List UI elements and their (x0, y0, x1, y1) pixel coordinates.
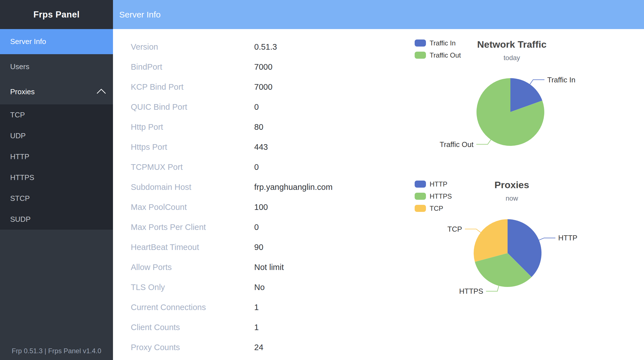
info-label: Max Ports Per Client (131, 223, 254, 232)
pie-label: Traffic In (547, 76, 576, 84)
pie-label: TCP (447, 225, 462, 233)
info-row-max-poolcount: Max PoolCount100 (131, 197, 332, 217)
info-label: QUIC Bind Port (131, 102, 254, 112)
sidebar: Frps Panel Server Info Users Proxies TCP… (0, 0, 113, 360)
info-row-version: Version0.51.3 (131, 37, 332, 57)
info-label: Http Port (131, 122, 254, 132)
pie-label-line (477, 140, 491, 144)
info-value: Not limit (254, 263, 284, 272)
info-row-quic-bind-port: QUIC Bind Port0 (131, 97, 332, 117)
info-row-allow-ports: Allow PortsNot limit (131, 257, 332, 277)
info-label: KCP Bind Port (131, 82, 254, 92)
sidebar-subitem-udp[interactable]: UDP (0, 125, 113, 146)
sidebar-subitem-http[interactable]: HTTP (0, 146, 113, 167)
info-value: No (254, 283, 265, 292)
info-row-kcp-bind-port: KCP Bind Port7000 (131, 77, 332, 97)
info-value: 0.51.3 (254, 42, 277, 52)
info-label: TLS Only (131, 283, 254, 292)
info-label: Client Counts (131, 323, 254, 332)
info-value: 1 (254, 323, 259, 332)
info-value: 1 (254, 303, 259, 312)
sidebar-nav: Server Info Users Proxies TCPUDPHTTPHTTP… (0, 29, 113, 230)
sidebar-subitem-stcp[interactable]: STCP (0, 188, 113, 209)
server-info-list: Version0.51.3BindPort7000KCP Bind Port70… (131, 37, 332, 357)
info-value: frp.yanghuanglin.com (254, 183, 332, 192)
pie-label-line (465, 229, 481, 232)
info-row-bindport: BindPort7000 (131, 57, 332, 77)
pie-label-line (530, 80, 545, 84)
pie-svg: HTTPHTTPSTCP (412, 175, 611, 316)
pie-label: Traffic Out (440, 140, 474, 149)
pie-svg: Traffic InTraffic Out (412, 29, 611, 175)
info-value: 24 (254, 343, 263, 352)
pie-label-line (486, 286, 499, 291)
sidebar-item-server-info[interactable]: Server Info (0, 29, 113, 54)
pie-label: HTTPS (459, 287, 483, 295)
info-label: BindPort (131, 62, 254, 72)
info-row-proxy-counts: Proxy Counts24 (131, 337, 332, 357)
chevron-up-icon (97, 89, 106, 98)
info-row-http-port: Http Port80 (131, 117, 332, 137)
info-row-tls-only: TLS OnlyNo (131, 277, 332, 297)
info-value: 0 (254, 102, 259, 112)
info-label: HeartBeat Timeout (131, 243, 254, 252)
info-label: Subdomain Host (131, 183, 254, 192)
header-bar: Server Info (113, 0, 644, 29)
info-label: Current Connections (131, 303, 254, 312)
pie-label-line (539, 238, 555, 240)
info-label: Https Port (131, 142, 254, 152)
info-label: Max PoolCount (131, 203, 254, 212)
proxies-submenu: TCPUDPHTTPHTTPSSTCPSUDP (0, 104, 113, 230)
sidebar-item-proxies[interactable]: Proxies (0, 79, 113, 104)
network-traffic-chart: Network TraffictodayTraffic InTraffic Ou… (412, 29, 611, 175)
sidebar-subitem-https[interactable]: HTTPS (0, 167, 113, 188)
proxies-chart: ProxiesnowHTTPHTTPSTCPHTTPHTTPSTCP (412, 175, 611, 316)
info-row-max-ports-per-client: Max Ports Per Client0 (131, 217, 332, 237)
sidebar-footer-version: Frp 0.51.3 | Frps Panel v1.4.0 (0, 347, 113, 355)
sidebar-item-label: Proxies (10, 87, 35, 96)
info-label: Proxy Counts (131, 343, 254, 352)
info-row-subdomain-host: Subdomain Hostfrp.yanghuanglin.com (131, 177, 332, 197)
info-row-https-port: Https Port443 (131, 137, 332, 157)
sidebar-item-users[interactable]: Users (0, 54, 113, 79)
info-value: 443 (254, 142, 268, 152)
info-row-tcpmux-port: TCPMUX Port0 (131, 157, 332, 177)
info-value: 0 (254, 163, 259, 172)
info-row-current-connections: Current Connections1 (131, 297, 332, 317)
sidebar-subitem-tcp[interactable]: TCP (0, 104, 113, 125)
info-row-heartbeat-timeout: HeartBeat Timeout90 (131, 237, 332, 257)
pie-label: HTTP (558, 234, 577, 242)
info-value: 80 (254, 122, 263, 132)
info-value: 90 (254, 243, 263, 252)
info-value: 100 (254, 203, 268, 212)
info-value: 7000 (254, 62, 273, 72)
sidebar-item-label: Server Info (10, 37, 46, 46)
page-title: Server Info (119, 10, 161, 19)
info-value: 7000 (254, 82, 273, 92)
app-title: Frps Panel (0, 0, 113, 29)
info-label: Allow Ports (131, 263, 254, 272)
info-value: 0 (254, 223, 259, 232)
info-label: Version (131, 42, 254, 52)
info-row-client-counts: Client Counts1 (131, 317, 332, 337)
sidebar-subitem-sudp[interactable]: SUDP (0, 209, 113, 230)
info-label: TCPMUX Port (131, 163, 254, 172)
sidebar-item-label: Users (10, 62, 29, 71)
